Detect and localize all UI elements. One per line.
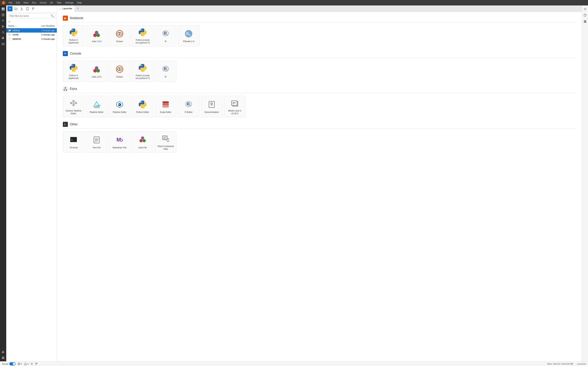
col-modified-header[interactable]: Last Modified	[33, 24, 55, 27]
svg-point-60	[73, 100, 74, 102]
python-conda-console-icon	[138, 63, 147, 73]
git-icon[interactable]	[0, 24, 6, 29]
card-julia-console[interactable]: Julia 1.8.3	[86, 61, 107, 82]
search-box[interactable]: 🔍	[8, 14, 55, 18]
card-python-conda-console[interactable]: Python [conda env:python3.7]	[132, 61, 153, 82]
card-documentation[interactable]: i Documentation	[201, 96, 222, 117]
tab-launcher[interactable]: ⬚ Launcher	[57, 6, 75, 12]
card-markdown-file[interactable]: M Markdown File	[109, 131, 130, 152]
card-julia-file[interactable]: Julia File	[132, 131, 153, 152]
card-r-notebook[interactable]: R R	[155, 25, 176, 46]
card-rstudio-notebook[interactable]: R RStudio [↗]	[178, 25, 199, 46]
card-r-console[interactable]: R R	[155, 61, 176, 82]
card-python3-console[interactable]: Python 3 (ipykernel)	[63, 61, 84, 82]
svg-rect-3	[3, 8, 5, 9]
menu-git[interactable]: Git	[49, 1, 55, 5]
menu-file[interactable]: File	[7, 1, 14, 5]
card-octave-notebook[interactable]: Octave	[109, 25, 130, 46]
card-octave-console[interactable]: Octave	[109, 61, 130, 82]
git-sidebar-icon[interactable]	[31, 6, 36, 11]
files-icon[interactable]	[0, 6, 6, 12]
users-icon[interactable]	[0, 349, 6, 355]
menu-kernel[interactable]: Kernel	[38, 1, 48, 5]
toggle-control[interactable]	[9, 362, 16, 366]
settings-status[interactable]	[31, 363, 33, 365]
julia-notebook-icon	[92, 29, 101, 38]
status-bar: Simple 0 0 Mem: 392.45 / 6144.00 MB	[0, 361, 588, 366]
left-icon-bar: IP	[0, 6, 6, 361]
card-r-editor[interactable]: R R Editor	[178, 96, 199, 117]
running-icon[interactable]	[0, 12, 6, 17]
generic-pipeline-icon	[69, 99, 78, 108]
menu-edit[interactable]: Edit	[14, 1, 22, 5]
console-section: $> Console Python 3 (ipykernel)	[63, 51, 576, 82]
file-name: b2drop	[13, 29, 33, 32]
svg-rect-21	[2, 43, 5, 45]
file-modified: 2 minutes ago	[33, 29, 55, 31]
markdown-file-label: Markdown File	[113, 146, 127, 149]
menu-view[interactable]: View	[22, 1, 30, 5]
menu-run[interactable]: Run	[31, 1, 38, 5]
card-whats-new[interactable]: What's new in v3.15.0	[224, 96, 245, 117]
card-scala-editor[interactable]: Scala Editor	[155, 96, 176, 117]
elyra-section-icon	[63, 86, 68, 92]
card-python-editor[interactable]: Python Editor	[132, 96, 153, 117]
svg-point-113	[37, 363, 37, 364]
card-python-conda-notebook[interactable]: Python [conda env:python3.7]	[132, 25, 153, 46]
python-conda-notebook-label: Python [conda env:python3.7]	[134, 38, 152, 44]
svg-text:J: J	[3, 2, 4, 4]
r-editor-label: R Editor	[185, 111, 193, 114]
r-console-icon: R	[161, 64, 170, 74]
rstudio-notebook-icon: R	[184, 29, 193, 38]
r-notebook-label: R	[165, 40, 166, 43]
menubar: J File Edit View Run Kernel Git Tabs Set…	[0, 0, 588, 6]
elyra-cards: Generic Pipeline Editor Apache Airflow P…	[63, 96, 576, 117]
text-file-label: Text File	[93, 146, 101, 149]
svg-rect-72	[163, 101, 169, 103]
right-info-icon[interactable]	[582, 13, 588, 18]
card-text-file[interactable]: Text File	[86, 131, 107, 152]
svg-point-53	[65, 87, 66, 88]
julia-file-icon	[138, 135, 147, 145]
file-item-datahub[interactable]: 📄 datahub 2 minutes ago	[6, 37, 57, 41]
new-folder-icon[interactable]	[13, 6, 18, 11]
menu-help[interactable]: Help	[76, 1, 84, 5]
search-icon[interactable]	[0, 30, 6, 35]
search-input[interactable]	[8, 14, 50, 18]
menu-tabs[interactable]: Tabs	[55, 1, 63, 5]
file-item-cvmfs[interactable]: 📁 cvmfs 2 minutes ago	[6, 32, 57, 37]
card-terminal[interactable]: $_ Terminal	[63, 131, 84, 152]
rstudio-notebook-label: RStudio [↗]	[183, 40, 194, 43]
tab-add-button[interactable]: +	[75, 6, 81, 12]
card-python3-notebook[interactable]: Python 3 (ipykernel)	[63, 25, 84, 46]
card-julia-notebook[interactable]: Julia 1.8.3	[86, 25, 107, 46]
python3-console-label: Python 3 (ipykernel)	[65, 74, 83, 80]
ip-icon[interactable]: IP	[0, 18, 6, 23]
right-puzzle-icon[interactable]	[582, 19, 588, 24]
extensions-icon[interactable]	[0, 36, 6, 41]
menu-settings[interactable]: Settings	[63, 1, 75, 5]
svg-rect-74	[163, 106, 169, 107]
git-status[interactable]	[35, 363, 38, 365]
card-apache-airflow[interactable]: Apache Airflow Pipeline Editor	[86, 96, 107, 117]
new-launcher-button[interactable]: +	[8, 6, 13, 11]
svg-text:R: R	[186, 31, 189, 36]
file-icon: 📄	[8, 38, 11, 40]
refresh-icon[interactable]	[25, 6, 30, 11]
card-generic-pipeline[interactable]: Generic Pipeline Editor	[63, 96, 84, 117]
col-name-header[interactable]: Name ↑	[8, 24, 33, 27]
svg-text:K: K	[118, 104, 120, 106]
simple-toggle[interactable]: Simple	[2, 362, 16, 366]
octave-console-icon	[115, 64, 124, 74]
file-item-b2drop[interactable]: 📁 b2drop 2 minutes ago	[6, 28, 57, 32]
file-modified: 2 minutes ago	[33, 38, 55, 40]
card-kubeflow-pipeline[interactable]: K Pipeline Editor	[109, 96, 130, 117]
upload-icon[interactable]	[19, 6, 24, 11]
card-show-contextual-help[interactable]: Show Contextual Help	[155, 131, 176, 152]
right-settings-icon[interactable]	[582, 6, 588, 12]
terminal-icon: $_	[69, 135, 78, 145]
scala-editor-icon	[161, 100, 170, 109]
tab-bar: ⬚ Launcher +	[57, 6, 582, 12]
puzzle-icon[interactable]	[0, 355, 6, 360]
table-icon[interactable]	[0, 41, 6, 47]
